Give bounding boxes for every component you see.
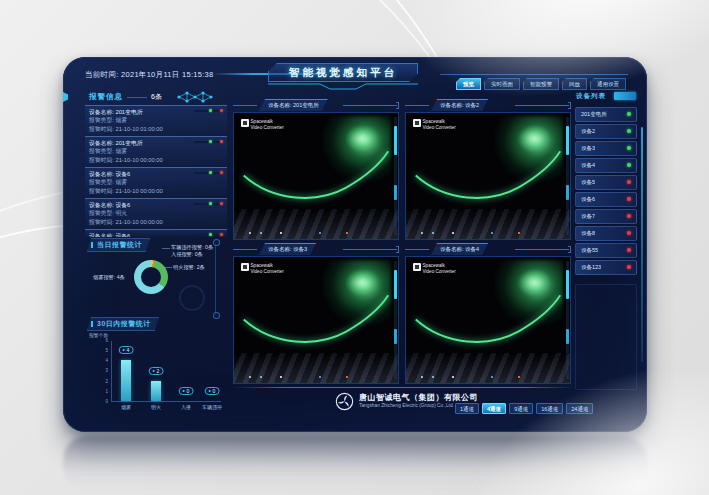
alarm-list-item[interactable]: 设备名称: 设备6 报警类型: 烟雾 报警时间: 21-10-10 00:00:… — [85, 167, 227, 196]
machinery-silhouette — [234, 209, 398, 239]
red-dot-icon — [220, 171, 223, 174]
video-scrollbar[interactable] — [566, 261, 569, 379]
alarm-list-item-partial[interactable]: 设备名称: 设备6 — [85, 229, 227, 237]
device-list-item[interactable]: 设备7 — [575, 209, 637, 224]
scene-light — [280, 376, 282, 378]
green-dot-icon — [209, 140, 212, 143]
video-header: 设备名称: 设备4 — [405, 243, 573, 256]
header-cap — [568, 246, 571, 253]
device-list-item[interactable]: 设备2 — [575, 124, 637, 139]
device-name: 设备4 — [576, 162, 595, 169]
y-tick: 3 — [94, 368, 108, 373]
alarm-list-item[interactable]: 设备名称: 设备6 报警类型: 明火 报警时间: 21-10-10 00:00:… — [85, 198, 227, 227]
nav-tab-smart-alert[interactable]: 智能预警 — [523, 78, 559, 90]
status-dot — [627, 231, 631, 235]
video-scrollbar[interactable] — [394, 117, 397, 235]
video-header: 设备名称: 201变电所 — [233, 99, 401, 112]
header-line — [343, 105, 397, 106]
company-name-en: Tangshan Zhicheng Electric (Group) Co.,L… — [359, 403, 454, 408]
nav-tab-playback[interactable]: 回放 — [562, 78, 587, 90]
bar-value-bubble: 2 — [149, 367, 164, 375]
nav-tab-preview[interactable]: 预览 — [456, 78, 481, 90]
machinery-silhouette — [406, 353, 570, 383]
alarm-time: 报警时间: 21-10-10 00:00:00 — [89, 156, 223, 164]
scene-light — [421, 376, 423, 378]
device-list-item[interactable]: 201变电所 — [575, 107, 637, 122]
header-cap — [396, 246, 399, 253]
device-name: 设备8 — [576, 230, 595, 237]
video-converter-icon — [241, 263, 249, 271]
sidebar-scrollbar[interactable] — [641, 127, 643, 362]
device-list-item[interactable]: 设备123 — [575, 260, 637, 275]
channel-4-button[interactable]: 4通道 — [482, 403, 506, 414]
device-list-item[interactable]: 设备4 — [575, 158, 637, 173]
device-list-item[interactable]: 设备5 — [575, 175, 637, 190]
device-list-item[interactable]: 设备6 — [575, 192, 637, 207]
device-list-item[interactable]: 设备8 — [575, 226, 637, 241]
device-list-view-toggle[interactable] — [614, 92, 636, 100]
header-line — [405, 105, 429, 106]
nav-tab-settings[interactable]: 通用设置 — [590, 78, 626, 90]
red-dot-icon — [220, 233, 223, 236]
device-name: 设备5 — [576, 179, 595, 186]
y-tick: 1 — [94, 389, 108, 394]
green-dot-icon — [209, 202, 212, 205]
channel-1-button[interactable]: 1通道 — [455, 403, 479, 414]
bar-chart: 6 5 4 3 2 1 0 4 2 0 0 烟雾 明火 入侵 车辆违停 — [111, 341, 221, 402]
bar-fire — [151, 381, 161, 401]
video-header: 设备名称: 设备2 — [405, 99, 573, 112]
alarm-time: 报警时间: 21-10-10 00:00:00 — [89, 187, 223, 195]
alarm-list-item[interactable]: 设备名称: 201变电所 报警类型: 烟雾 报警时间: 21-10-10 01:… — [85, 105, 227, 134]
scene-light — [346, 376, 348, 378]
device-list-item[interactable]: 设备55 — [575, 243, 637, 258]
device-name: 设备6 — [576, 196, 595, 203]
device-name: 设备123 — [576, 264, 601, 271]
channel-24-button[interactable]: 24通道 — [566, 403, 593, 414]
alarm-type: 报警类型: 烟雾 — [89, 116, 223, 124]
y-tick: 4 — [94, 358, 108, 363]
alarm-type: 报警类型: 烟雾 — [89, 147, 223, 155]
alarm-status-slider — [194, 203, 222, 205]
nav-deco-line — [440, 74, 628, 75]
alarm-status-slider — [194, 141, 222, 143]
x-category: 烟雾 — [121, 404, 131, 410]
page-title: 智能视觉感知平台 — [289, 66, 397, 80]
alarm-list-item[interactable]: 设备名称: 201变电所 报警类型: 烟雾 报警时间: 21-10-10 00:… — [85, 136, 227, 165]
y-tick: 0 — [94, 399, 108, 404]
video-feed[interactable]: SpacewalkVideo Converter — [405, 112, 571, 240]
video-feed[interactable]: SpacewalkVideo Converter — [233, 112, 399, 240]
status-dot — [627, 129, 631, 133]
corner-tab-deco — [63, 92, 68, 102]
watermark-line2: Video Converter — [251, 125, 284, 130]
channel-9-button[interactable]: 9通道 — [509, 403, 533, 414]
dot-icon — [153, 370, 155, 372]
video-scrollbar[interactable] — [394, 261, 397, 379]
company-logo-icon — [335, 392, 354, 411]
today-stats-title: 当日报警统计 — [87, 238, 150, 252]
alarm-status-slider — [194, 234, 222, 236]
title-chevron-deco — [268, 83, 418, 91]
scene-light — [518, 232, 520, 234]
y-tick: 2 — [94, 379, 108, 384]
header-line — [233, 249, 257, 250]
video-converter-icon — [241, 119, 249, 127]
video-header: 设备名称: 设备3 — [233, 243, 401, 256]
video-scrollbar[interactable] — [566, 117, 569, 235]
device-name: 设备55 — [576, 247, 598, 254]
video-panel-4[interactable]: 设备名称: 设备4 SpacewalkVideo Converter — [405, 243, 573, 384]
channel-16-button[interactable]: 16通道 — [536, 403, 563, 414]
green-dot-icon — [209, 233, 212, 236]
red-dot-icon — [220, 109, 223, 112]
video-feed[interactable]: SpacewalkVideo Converter — [233, 256, 399, 384]
alarm-donut-chart — [134, 260, 168, 294]
device-list-item[interactable]: 设备3 — [575, 141, 637, 156]
donut-label-intrusion: 入侵报警: 0条 — [171, 251, 203, 258]
video-panel-3[interactable]: 设备名称: 设备3 SpacewalkVideo Converter — [233, 243, 401, 384]
scene-light — [421, 232, 423, 234]
nav-tab-live[interactable]: 实时画面 — [484, 78, 520, 90]
video-panel-1[interactable]: 设备名称: 201变电所 SpacewalkVideo Converter — [233, 99, 401, 240]
bar-value: 0 — [213, 387, 216, 395]
video-panel-2[interactable]: 设备名称: 设备2 SpacewalkVideo Converter — [405, 99, 573, 240]
alarm-title-deco-line — [127, 97, 147, 98]
video-feed[interactable]: SpacewalkVideo Converter — [405, 256, 571, 384]
